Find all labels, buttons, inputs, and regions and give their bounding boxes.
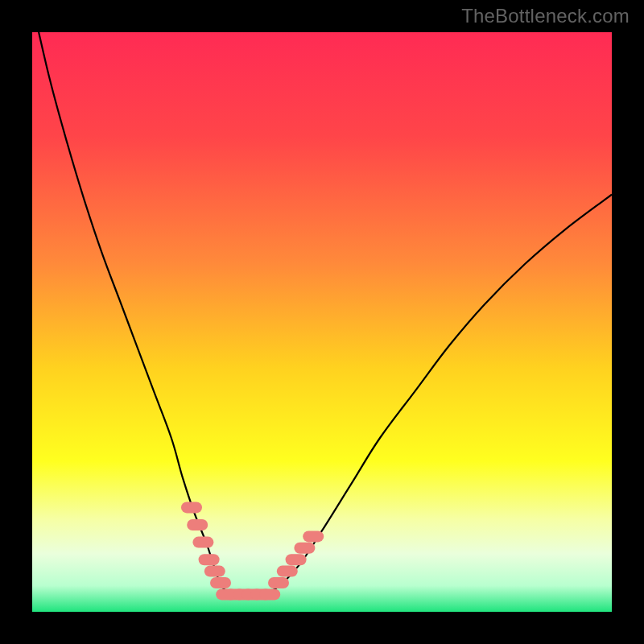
marker-pill <box>210 577 231 588</box>
marker-pill <box>187 519 208 530</box>
marker-pill <box>259 588 280 600</box>
marker-pill <box>204 566 225 577</box>
bottleneck-curve-svg <box>32 32 612 612</box>
marker-pill <box>286 554 307 565</box>
marker-pill <box>192 537 213 548</box>
markers-bottom <box>216 588 280 600</box>
marker-pill <box>294 543 315 554</box>
markers-right <box>268 530 324 588</box>
watermark-text: TheBottleneck.com <box>461 5 630 27</box>
chart-frame: TheBottleneck.com <box>0 0 644 644</box>
marker-pill <box>199 554 220 565</box>
plot-area <box>32 32 612 612</box>
marker-pill <box>277 566 298 577</box>
marker-pill <box>181 502 202 513</box>
marker-pill <box>268 577 289 588</box>
bottleneck-curve <box>32 32 612 595</box>
markers-left <box>181 502 231 588</box>
marker-pill <box>303 530 324 542</box>
